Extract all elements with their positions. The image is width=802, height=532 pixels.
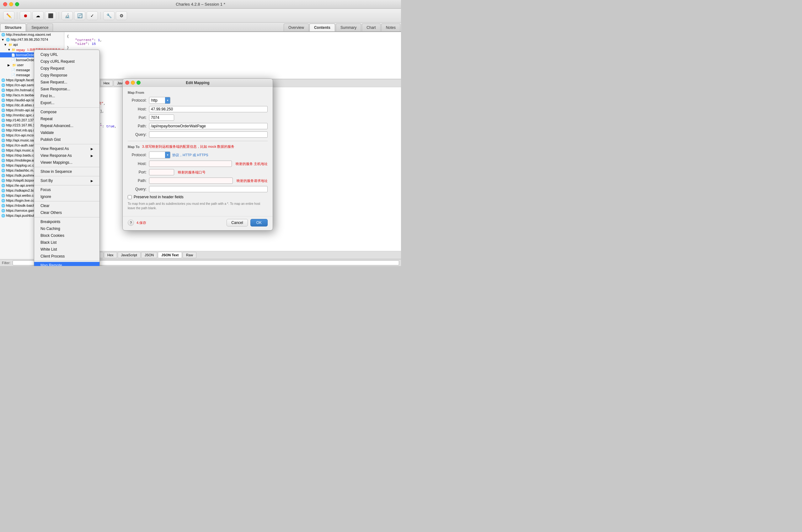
ctx-repeat-advanced[interactable]: Repeat Advanced... [34, 122, 99, 129]
ctx-no-caching[interactable]: No Caching [34, 225, 99, 232]
ctx-ignore[interactable]: Ignore [34, 193, 99, 200]
to-protocol-arrow[interactable]: ▾ [165, 152, 170, 158]
bot-tab-javascript[interactable]: JavaScript [118, 252, 141, 258]
ctx-map-remote[interactable]: Map Remote... [34, 262, 99, 266]
tab-contents[interactable]: Contents [310, 23, 335, 31]
tab-sequence[interactable]: Sequence [27, 23, 53, 31]
tree-item-api[interactable]: ▼ 📁 api [0, 42, 64, 47]
toolbar-cloud-button[interactable]: ☁ [32, 11, 44, 20]
to-port-input[interactable] [149, 169, 174, 175]
ctx-black-list[interactable]: Black List [34, 239, 99, 246]
ctx-clear[interactable]: Clear [34, 202, 99, 209]
ctx-find-in[interactable]: Find In... [34, 93, 99, 99]
minimize-button[interactable] [9, 2, 13, 6]
ctx-save-request[interactable]: Save Request... [34, 79, 99, 86]
globe-icon-29: 🌐 [1, 209, 5, 212]
resp-tab-hex[interactable]: Hex [100, 80, 113, 86]
help-button[interactable]: ? [128, 220, 134, 226]
save-annotation: 4.保存 [136, 221, 146, 225]
from-port-input[interactable] [149, 114, 174, 121]
map-to-header: Map To 3.填写映射到远程服务端的配置信息，比如 mock 数据的服务 [128, 144, 268, 149]
toolbar-refresh-button[interactable]: 🔄 [74, 11, 85, 20]
globe-icon-11: 🌐 [1, 118, 5, 122]
folder-icon-2: 📁 [12, 48, 15, 52]
ctx-copy-response[interactable]: Copy Response [34, 72, 99, 79]
to-host-label: Host: [128, 162, 147, 166]
toolbar-record-button[interactable]: ⏺ [20, 11, 31, 20]
ctx-view-response-as[interactable]: View Response As ▶ [34, 152, 99, 159]
dialog-max-button[interactable] [136, 81, 141, 85]
to-host-input[interactable] [149, 160, 232, 167]
dialog-footer: ? 4.保存 Cancel OK [123, 216, 273, 230]
ctx-client-process[interactable]: Client Process [34, 253, 99, 260]
tab-overview[interactable]: Overview [284, 23, 309, 31]
tab-chart[interactable]: Chart [362, 23, 380, 31]
map-from-label: Map From [128, 91, 268, 94]
dialog-close-button[interactable] [125, 81, 129, 85]
submenu-arrow-3: ▶ [91, 179, 93, 183]
globe-icon-7: 🌐 [1, 98, 5, 102]
map-to-label: Map To [128, 145, 139, 149]
to-query-input[interactable] [149, 186, 268, 192]
tab-notes[interactable]: Notes [381, 23, 400, 31]
bot-tab-hex[interactable]: Hex [104, 252, 117, 258]
cancel-button[interactable]: Cancel [226, 219, 247, 227]
dialog-titlebar: Edit Mapping [123, 79, 273, 87]
ctx-export[interactable]: Export... [34, 99, 99, 106]
ctx-save-response[interactable]: Save Response... [34, 86, 99, 93]
from-host-input[interactable] [149, 106, 268, 112]
dialog-titlebar-buttons[interactable] [125, 81, 141, 85]
from-query-input[interactable] [149, 131, 268, 138]
ctx-compose[interactable]: Compose [34, 109, 99, 115]
globe-icon-14: 🌐 [1, 134, 5, 137]
toolbar-settings-button[interactable]: 🔧 [103, 11, 114, 20]
toolbar-pen-button[interactable]: ✏️ [3, 11, 15, 20]
chevron-icon-3: ▼ [7, 48, 11, 52]
ctx-block-cookies[interactable]: Block Cookies [34, 232, 99, 239]
bot-tab-json[interactable]: JSON [141, 252, 157, 258]
toolbar-separator-3 [100, 12, 101, 19]
toolbar-magnify-button[interactable]: 🔬 [61, 11, 73, 20]
ok-button[interactable]: OK [250, 219, 268, 227]
preserve-host-row: Preserve host in header fields [128, 195, 268, 199]
ctx-repeat[interactable]: Repeat [34, 115, 99, 122]
close-button[interactable] [3, 2, 7, 6]
top-tabs-row: Structure Sequence Overview Contents Sum… [0, 23, 401, 32]
tab-structure[interactable]: Structure [0, 23, 26, 31]
dialog-min-button[interactable] [131, 81, 135, 85]
context-menu: Copy URL Copy cURL Request Copy Request … [34, 50, 100, 266]
titlebar-buttons[interactable] [3, 2, 19, 6]
ctx-copy-request[interactable]: Copy Request [34, 65, 99, 72]
toolbar-check-button[interactable]: ✓ [87, 11, 98, 20]
from-protocol-arrow[interactable]: ▾ [165, 97, 170, 103]
toolbar-block-button[interactable]: ⬛ [45, 11, 56, 20]
ctx-show-sequence[interactable]: Show in Sequence [34, 168, 99, 175]
ctx-copy-url[interactable]: Copy URL [34, 51, 99, 58]
bot-tab-json-text[interactable]: JSON Text [158, 252, 182, 258]
to-query-row: Query: [128, 186, 268, 192]
maximize-button[interactable] [15, 2, 19, 6]
globe-icon-20: 🌐 [1, 164, 5, 167]
ctx-clear-others[interactable]: Clear Others [34, 209, 99, 216]
ctx-viewer-mappings[interactable]: Viewer Mappings... [34, 159, 99, 166]
ctx-sort-by[interactable]: Sort By ▶ [34, 177, 99, 184]
ctx-focus[interactable]: Focus [34, 186, 99, 193]
bot-tab-raw[interactable]: Raw [183, 252, 197, 258]
to-protocol-select[interactable]: ▾ [149, 152, 170, 158]
ctx-view-request-as[interactable]: View Request As ▶ [34, 145, 99, 152]
to-path-input[interactable] [149, 177, 233, 184]
ctx-publish-gist[interactable]: Publish Gist [34, 136, 99, 143]
from-path-input[interactable] [149, 123, 268, 129]
tree-item-47[interactable]: ▼ 🌐 http://47.99.98.250:7074 [0, 37, 64, 42]
from-query-label: Query: [128, 132, 147, 137]
section-divider [128, 141, 268, 141]
toolbar-gear-button[interactable]: ⚙ [116, 11, 127, 20]
ctx-copy-curl[interactable]: Copy cURL Request [34, 58, 99, 65]
ctx-white-list[interactable]: White List [34, 246, 99, 253]
ctx-breakpoints[interactable]: Breakpoints [34, 218, 99, 225]
from-protocol-select[interactable]: http ▾ [149, 97, 170, 104]
tab-summary[interactable]: Summary [336, 23, 361, 31]
ctx-validate[interactable]: Validate [34, 129, 99, 136]
preserve-host-checkbox[interactable] [128, 195, 132, 199]
tree-item-xiaomi[interactable]: 🌐 http://resolver.msg.xiaomi.net [0, 32, 64, 37]
